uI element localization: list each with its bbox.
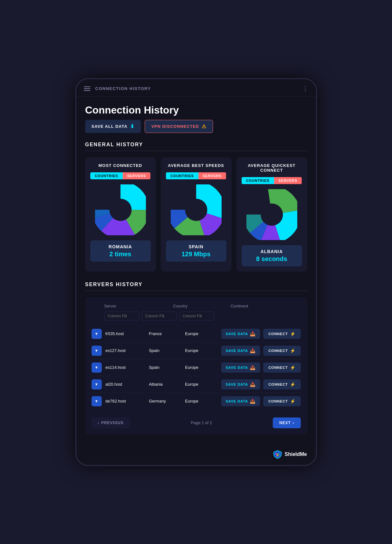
connect-label-2: CONNECT [268,349,288,353]
server-country-5: Germany [149,399,185,403]
charts-row: MOST CONNECTED COUNTRIES SERVERS [85,157,307,272]
page-info: Page 1 of 2 [191,420,212,425]
table-headers: Server Country Continent [92,304,301,308]
chart-3-tabs: COUNTRIES SERVERS [242,177,302,184]
prev-label: PREVIOUS [101,421,124,425]
chart-2-tabs: COUNTRIES SERVERS [166,172,226,179]
svg-point-16 [261,203,283,226]
row-actions-5: SAVE DATA 📥 CONNECT ⚡ [221,396,301,406]
save-icon-4: 📥 [250,382,256,387]
expand-button-2[interactable]: ▼ [92,346,102,356]
prev-arrow: ‹ [98,421,100,425]
menu-icon[interactable] [84,86,90,91]
warning-icon: ⚠ [202,123,206,129]
header-continent: Continent [230,304,288,308]
row-actions-2: SAVE DATA 📥 CONNECT ⚡ [221,346,301,356]
server-name-5: de762.host [106,399,149,403]
vpn-status-label: VPN DISCONNECTED [151,124,199,129]
connect-button-5[interactable]: CONNECT ⚡ [263,396,300,406]
chart-1-bottom: ROMANIA 2 times [90,240,151,262]
chart-title-2: AVERAGE BEST SPEEDS [168,163,224,168]
save-data-button-3[interactable]: SAVE DATA 📥 [221,362,260,373]
server-continent-3: Europe [185,365,221,370]
top-bar-title: CONNECTION HISTORY [95,86,151,91]
next-arrow: › [293,421,294,425]
tab-countries-2[interactable]: COUNTRIES [166,172,198,179]
brand-name: ShieldMe [285,451,307,457]
connect-button-2[interactable]: CONNECT ⚡ [263,346,300,356]
expand-button-4[interactable]: ▼ [92,379,102,389]
chart-title-1: MOST CONNECTED [99,163,142,168]
svg-point-18 [278,453,279,455]
connect-button-4[interactable]: CONNECT ⚡ [263,379,300,389]
next-button[interactable]: NEXT › [273,417,300,428]
top-bar-left: CONNECTION HISTORY [84,86,151,91]
servers-table: Server Country Continent ▼ fr535.host Fr… [85,297,307,435]
server-filter-input[interactable] [104,312,139,320]
header-country: Country [173,304,230,308]
save-data-label-4: SAVE DATA [226,382,248,386]
pie-chart-1 [95,184,146,235]
pie-chart-2 [171,184,222,235]
save-data-label-5: SAVE DATA [226,399,248,403]
save-data-button-1[interactable]: SAVE DATA 📥 [221,329,260,339]
vpn-status-button[interactable]: VPN DISCONNECTED ⚠ [145,120,213,133]
expand-button-5[interactable]: ▼ [92,396,102,406]
save-data-label-2: SAVE DATA [226,349,248,353]
chart-3-value: 8 seconds [245,255,298,263]
tab-countries-3[interactable]: COUNTRIES [242,177,274,184]
chart-2-value: 129 Mbps [170,251,223,258]
connect-button-1[interactable]: CONNECT ⚡ [263,329,300,339]
save-icon-2: 📥 [250,348,256,353]
save-all-button[interactable]: SAVE ALL DATA ⬇ [85,120,141,133]
tab-servers-1[interactable]: SERVERS [123,172,150,179]
expand-button-3[interactable]: ▼ [92,362,102,373]
save-all-label: SAVE ALL DATA [92,124,127,129]
save-data-button-4[interactable]: SAVE DATA 📥 [221,379,260,389]
connect-label: CONNECT [268,332,288,336]
server-continent-5: Europe [185,399,221,403]
save-data-button-2[interactable]: SAVE DATA 📥 [221,346,260,356]
server-country-4: Albania [149,382,185,387]
general-history-title: GENERAL HISTORY [85,142,307,151]
pagination: ‹ PREVIOUS Page 1 of 2 NEXT › [92,412,301,428]
server-name-2: es127.host [106,348,149,353]
tab-countries-1[interactable]: COUNTRIES [90,172,123,179]
chart-3-bottom: ALBANIA 8 seconds [242,245,302,266]
row-actions-3: SAVE DATA 📥 CONNECT ⚡ [221,362,301,373]
server-continent-4: Europe [185,382,221,387]
tab-servers-2[interactable]: SERVERS [198,172,226,179]
svg-point-5 [109,199,132,221]
header-buttons: SAVE ALL DATA ⬇ VPN DISCONNECTED ⚠ [85,120,213,133]
main-content: Connection History SAVE ALL DATA ⬇ VPN D… [76,97,316,447]
server-country-3: Spain [149,365,185,370]
expand-button-1[interactable]: ▼ [92,329,102,339]
connect-label-5: CONNECT [268,399,288,403]
server-name-4: al20.host [106,382,149,387]
pie-chart-3 [246,189,297,240]
tab-servers-3[interactable]: SERVERS [274,177,302,184]
server-name-1: fr535.host [106,331,149,336]
table-row: ▼ de762.host Germany Europe SAVE DATA 📥 … [92,393,301,410]
avg-quickest-card: AVERAGE QUICKEST CONNECT COUNTRIES SERVE… [237,157,307,272]
previous-button[interactable]: ‹ PREVIOUS [92,417,130,428]
chart-1-tabs: COUNTRIES SERVERS [90,172,150,179]
country-filter-input[interactable] [142,312,177,320]
save-data-label-3: SAVE DATA [226,366,248,369]
footer: ShieldMe [76,447,316,465]
brand-logo: ShieldMe [273,450,307,459]
table-row: ▼ al20.host Albania Europe SAVE DATA 📥 C… [92,376,301,393]
page-title: Connection History [85,104,179,116]
avg-best-speeds-card: AVERAGE BEST SPEEDS COUNTRIES SERVERS [161,157,231,272]
save-data-button-5[interactable]: SAVE DATA 📥 [221,396,260,406]
server-continent-1: Europe [185,331,221,336]
chart-1-value: 2 times [94,251,147,258]
save-data-label: SAVE DATA [226,332,248,336]
save-icon-3: 📥 [250,365,256,370]
shieldme-logo-icon [273,450,282,459]
server-continent-2: Europe [185,348,221,353]
connect-button-3[interactable]: CONNECT ⚡ [263,362,300,373]
more-options-icon[interactable]: ⋮ [302,85,308,93]
continent-filter-input[interactable] [179,312,214,320]
row-actions-4: SAVE DATA 📥 CONNECT ⚡ [221,379,301,389]
